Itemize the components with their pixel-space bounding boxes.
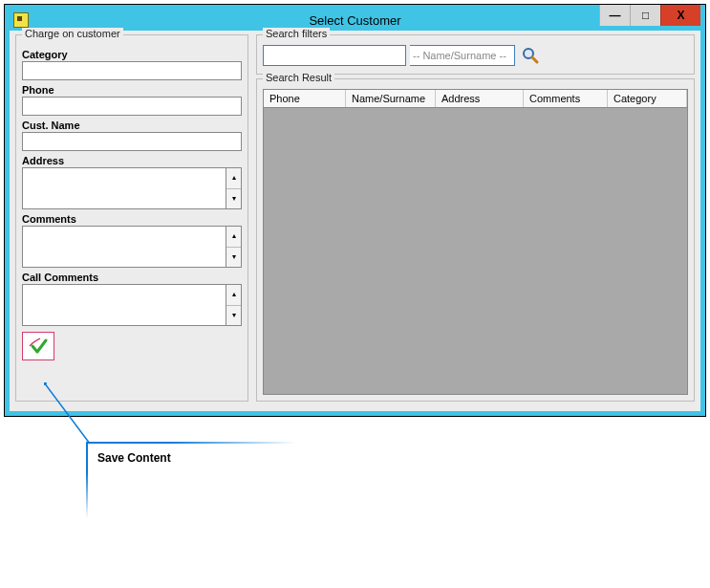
callout: Save Content [86,442,296,518]
call-comments-down-icon[interactable]: ▾ [226,306,241,326]
col-category[interactable]: Category [608,90,687,107]
call-comments-spinner[interactable]: ▴ ▾ [226,284,242,326]
search-result-group: Search Result Phone Name/Surname Address… [256,78,695,402]
col-address[interactable]: Address [436,90,524,107]
phone-label: Phone [22,84,242,96]
search-placeholder-hint [410,45,515,66]
minimize-button[interactable]: — [599,5,630,26]
call-comments-textarea[interactable] [22,284,226,326]
phone-input[interactable] [22,97,242,116]
svg-line-1 [532,57,537,62]
result-grid[interactable]: Phone Name/Surname Address Comments Cate… [263,89,688,395]
col-phone[interactable]: Phone [264,90,346,107]
address-up-icon[interactable]: ▴ [226,168,241,189]
grid-body [264,108,687,394]
col-name-surname[interactable]: Name/Surname [346,90,436,107]
search-button[interactable] [519,45,542,66]
address-spinner[interactable]: ▴ ▾ [226,167,242,209]
save-button[interactable] [22,332,54,360]
search-filters-group: Search filters [256,34,695,75]
comments-up-icon[interactable]: ▴ [226,227,241,248]
comments-textarea[interactable] [22,226,226,268]
maximize-button[interactable]: □ [630,5,660,26]
address-textarea[interactable] [22,167,226,209]
search-input[interactable] [263,45,406,66]
charge-on-customer-group: Charge on customer Category Phone Cust. … [15,34,248,402]
search-result-legend: Search Result [263,72,334,83]
cust-name-input[interactable] [22,132,242,151]
address-down-icon[interactable]: ▾ [226,189,241,209]
checkmark-icon [27,337,50,356]
window-title: Select Customer [10,13,700,28]
search-filters-legend: Search filters [263,28,330,39]
category-input[interactable] [22,61,242,80]
address-label: Address [22,155,242,166]
call-comments-up-icon[interactable]: ▴ [226,285,241,306]
charge-legend: Charge on customer [22,28,123,39]
select-customer-window: Select Customer — □ X Charge on customer… [5,5,705,416]
comments-down-icon[interactable]: ▾ [226,248,241,268]
close-button[interactable]: X [660,5,700,26]
comments-label: Comments [22,213,242,225]
col-comments[interactable]: Comments [524,90,608,107]
category-label: Category [22,49,242,60]
comments-spinner[interactable]: ▴ ▾ [226,226,242,268]
callout-text: Save Content [97,451,285,465]
cust-name-label: Cust. Name [22,120,242,131]
search-icon [521,46,540,65]
grid-header: Phone Name/Surname Address Comments Cate… [264,90,687,108]
call-comments-label: Call Comments [22,272,242,283]
